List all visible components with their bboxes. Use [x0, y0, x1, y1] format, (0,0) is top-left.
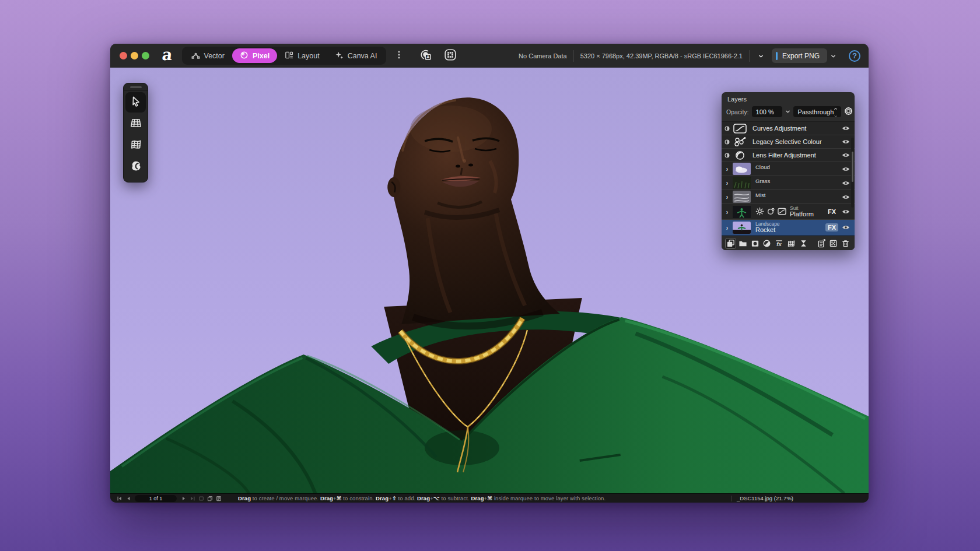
layer-toggle-icon[interactable]: [722, 126, 733, 131]
layer-row-rocket[interactable]: ›LandscapeRocketFX: [722, 220, 855, 236]
tab-label: Pixel: [253, 52, 270, 60]
previous-page-icon[interactable]: [124, 495, 132, 502]
tab-pixel[interactable]: Pixel: [232, 48, 277, 63]
visibility-eye-icon[interactable]: [842, 180, 850, 186]
export-accent-bar: [776, 52, 778, 60]
mesh-icon[interactable]: [786, 238, 797, 249]
visibility-eye-icon[interactable]: [842, 209, 850, 215]
layer-thumbnail: [733, 163, 751, 175]
visibility-eye-icon[interactable]: [842, 125, 850, 131]
layer-row-cloud[interactable]: ›Cloud: [722, 162, 855, 176]
first-page-icon[interactable]: [115, 495, 124, 502]
svg-text:fx: fx: [777, 241, 782, 247]
tab-layout[interactable]: Layout: [277, 48, 327, 63]
blend-mode-select[interactable]: Passthrough: [793, 106, 842, 117]
fx-badge[interactable]: FX: [825, 208, 838, 216]
svg-text:A: A: [426, 54, 430, 59]
next-page-icon[interactable]: [179, 495, 188, 502]
selective-adjustment-icon: [733, 137, 747, 147]
live-filter-icon[interactable]: fx: [774, 238, 785, 249]
opacity-dropdown-chevron[interactable]: [785, 108, 790, 115]
layout-icon: [285, 51, 293, 61]
layer-row-platform[interactable]: ›SuitPlatformFX: [722, 204, 855, 220]
assistant-icon[interactable]: A: [416, 47, 435, 65]
opacity-value-field[interactable]: 100 %: [752, 106, 782, 117]
palette-drag-handle[interactable]: [124, 83, 148, 91]
visibility-eye-icon[interactable]: [842, 194, 850, 200]
studio-grid-icon[interactable]: [441, 47, 460, 65]
close-window-button[interactable]: [120, 52, 127, 59]
help-button[interactable]: ?: [849, 50, 860, 62]
export-png-button[interactable]: Export PNG: [772, 48, 827, 63]
zoom-window-button[interactable]: [142, 52, 149, 59]
canva-ai-icon: [335, 51, 344, 61]
layer-row-curves-adjustment[interactable]: Curves Adjustment: [722, 122, 855, 135]
tab-label: Vector: [204, 52, 225, 60]
notes-icon[interactable]: [214, 495, 223, 502]
minimize-window-button[interactable]: [131, 52, 138, 59]
curved-arrow-menu[interactable]: [756, 51, 764, 61]
layers-scrollbar-thumb[interactable]: [852, 152, 853, 182]
expand-chevron-icon[interactable]: ›: [722, 179, 733, 187]
expand-chevron-icon[interactable]: ›: [722, 165, 733, 173]
layer-row-lens-filter-adjustment[interactable]: Lens Filter Adjustment: [722, 149, 855, 162]
layer-name: Curves Adjustment: [752, 125, 806, 132]
export-options-chevron[interactable]: [831, 51, 836, 61]
delete-icon[interactable]: [840, 238, 851, 249]
layer-row-mist[interactable]: ›Mist: [722, 190, 855, 204]
visibility-eye-icon[interactable]: [842, 166, 850, 172]
document-canvas[interactable]: Layers Opacity: 100 % Passthrough Curves…: [110, 68, 869, 493]
new-layer-icon[interactable]: [725, 238, 736, 249]
new-group-icon[interactable]: [737, 238, 748, 249]
mask-layer-icon[interactable]: [750, 238, 761, 249]
blend-mode-value: Passthrough: [798, 108, 834, 115]
layer-row-grass[interactable]: ›Grass: [722, 176, 855, 190]
expand-chevron-icon[interactable]: ›: [722, 223, 733, 231]
move-tool[interactable]: [125, 92, 146, 113]
frame-icon[interactable]: [197, 495, 205, 502]
title-bar[interactable]: a VectorPixelLayoutCanva AI A No Camera …: [110, 44, 869, 68]
tab-canva-ai[interactable]: Canva AI: [327, 48, 385, 63]
mesh-warp-tool-icon: [130, 138, 142, 153]
layer-toggle-icon[interactable]: [722, 139, 733, 145]
tab-vector[interactable]: Vector: [184, 48, 232, 63]
pixel-icon: [240, 51, 249, 61]
layer-thumbnail: [733, 191, 751, 203]
layers-scrollbar[interactable]: [851, 138, 854, 208]
blend-mode-stepper[interactable]: [834, 104, 838, 119]
chevron-down-icon: [758, 51, 764, 61]
layer-toggle-icon[interactable]: [722, 153, 733, 158]
visibility-eye-icon[interactable]: [842, 152, 850, 158]
adjustment-layer-icon[interactable]: [762, 238, 773, 249]
layer-row-legacy-selective-colour[interactable]: Legacy Selective Colour: [722, 135, 855, 149]
divider: [749, 50, 750, 62]
opacity-label: Opacity:: [726, 108, 749, 115]
curves-adjustment-icon: [733, 124, 747, 134]
export-label: Export PNG: [782, 52, 820, 60]
divider: [732, 496, 732, 501]
visibility-eye-icon[interactable]: [842, 139, 850, 145]
duplicate-icon[interactable]: [205, 495, 214, 502]
hourglass-icon[interactable]: [798, 238, 809, 249]
layer-thumbnail: [733, 222, 751, 234]
pixel-grid-icon[interactable]: [828, 238, 839, 249]
persona-tab-group: VectorPixelLayoutCanva AI: [182, 47, 387, 65]
tool-palette: [123, 83, 148, 183]
overflow-menu-button[interactable]: [394, 50, 404, 62]
expand-chevron-icon[interactable]: ›: [722, 193, 733, 201]
perspective-tool[interactable]: [125, 114, 146, 134]
liquify-tool[interactable]: [125, 157, 146, 177]
layer-thumbnail: [733, 206, 751, 218]
layer-name: Lens Filter Adjustment: [752, 152, 816, 159]
visibility-eye-icon[interactable]: [842, 224, 850, 230]
expand-chevron-icon[interactable]: ›: [722, 208, 733, 216]
mesh-warp-tool[interactable]: [125, 135, 146, 156]
sun-mini-icon: [755, 207, 764, 217]
layer-settings-gear-icon[interactable]: [844, 107, 853, 117]
fx-badge[interactable]: FX: [825, 223, 838, 231]
layer-thumbnail: [733, 177, 751, 189]
layer-name: Mist: [755, 190, 765, 198]
status-bar: 1 of 1 Drag to create / move marquee. Dr…: [110, 493, 869, 503]
merge-icon[interactable]: [816, 238, 827, 249]
last-page-icon[interactable]: [188, 495, 197, 502]
